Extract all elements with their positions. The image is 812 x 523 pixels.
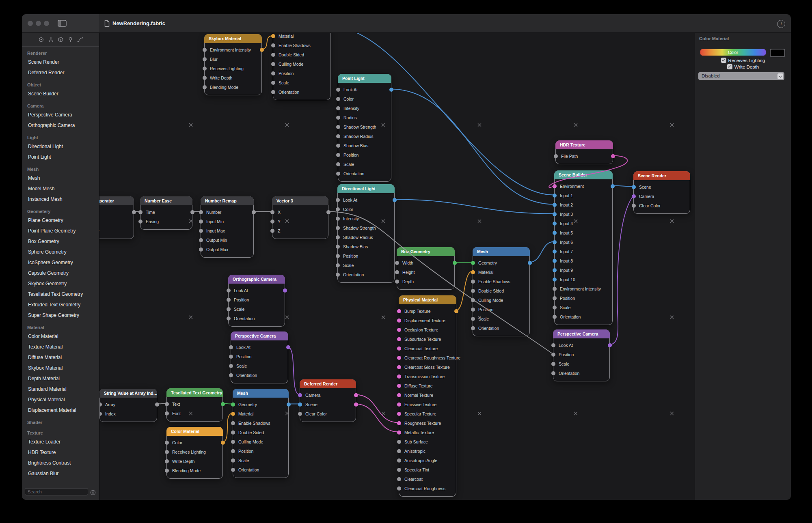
input-port[interactable] xyxy=(553,212,557,216)
node-orthographic-camera[interactable]: Orthographic CameraLook AtPositionScaleO… xyxy=(228,275,285,327)
output-port[interactable] xyxy=(389,88,393,92)
sidebar-item-displacement-material[interactable]: Displacement Material xyxy=(22,405,99,416)
input-port[interactable] xyxy=(199,229,203,233)
node-title[interactable]: Deferred Render xyxy=(300,379,356,388)
input-port[interactable] xyxy=(471,308,475,312)
input-port[interactable] xyxy=(165,441,169,445)
sidebar-item-standard-material[interactable]: Standard Material xyxy=(22,384,99,395)
output-port[interactable] xyxy=(608,343,612,347)
node-title[interactable]: Scene Builder xyxy=(554,170,613,179)
input-port[interactable] xyxy=(336,153,340,157)
input-port[interactable] xyxy=(231,440,235,444)
input-port[interactable] xyxy=(271,81,275,85)
input-port[interactable] xyxy=(336,134,340,138)
input-port[interactable] xyxy=(397,440,401,444)
input-port[interactable] xyxy=(203,48,207,52)
input-port[interactable] xyxy=(397,486,401,491)
sidebar-item-physical-material[interactable]: Physical Material xyxy=(22,395,99,405)
node-number-remap[interactable]: Number RemapNumberInput MinInput MaxOutp… xyxy=(201,196,254,258)
input-port[interactable] xyxy=(553,306,557,310)
node-graph-icon[interactable] xyxy=(48,37,54,43)
sidebar-item-color-material[interactable]: Color Material xyxy=(22,331,99,342)
input-port[interactable] xyxy=(271,90,275,94)
node-title[interactable]: Scene Render xyxy=(633,171,690,180)
color-picker-button[interactable]: Color xyxy=(700,49,766,56)
input-port[interactable] xyxy=(471,261,475,265)
sidebar-item-model-mesh[interactable]: Model Mesh xyxy=(22,184,99,194)
input-port[interactable] xyxy=(336,198,340,202)
sidebar-item-diffuse-material[interactable]: Diffuse Material xyxy=(22,353,99,363)
node-title[interactable]: Binary Operator xyxy=(99,196,134,205)
input-port[interactable] xyxy=(397,468,401,472)
input-port[interactable] xyxy=(203,67,207,71)
input-port[interactable] xyxy=(397,477,401,481)
input-port[interactable] xyxy=(397,402,401,407)
input-port[interactable] xyxy=(397,337,401,341)
checkbox-receives-lighting[interactable] xyxy=(721,58,726,63)
node-title[interactable]: Mesh xyxy=(473,247,530,256)
input-port[interactable] xyxy=(553,250,557,254)
input-port[interactable] xyxy=(336,235,340,239)
input-port[interactable] xyxy=(165,411,169,415)
input-port[interactable] xyxy=(203,76,207,80)
input-port[interactable] xyxy=(553,296,557,300)
input-port[interactable] xyxy=(298,393,302,397)
input-port[interactable] xyxy=(165,402,169,406)
input-port[interactable] xyxy=(553,315,557,319)
input-port[interactable] xyxy=(553,203,557,207)
sidebar-item-gaussian-blur[interactable]: Gaussian Blur xyxy=(22,469,99,479)
input-port[interactable] xyxy=(553,194,557,198)
input-port[interactable] xyxy=(471,298,475,302)
input-port[interactable] xyxy=(471,280,475,284)
output-port[interactable] xyxy=(454,309,458,313)
input-port[interactable] xyxy=(395,280,399,284)
input-port[interactable] xyxy=(271,71,275,75)
input-port[interactable] xyxy=(336,88,340,92)
input-port[interactable] xyxy=(336,144,340,148)
input-port[interactable] xyxy=(336,207,340,211)
zoom-button[interactable] xyxy=(44,21,49,26)
node-title[interactable]: Color Material xyxy=(166,427,223,436)
node-title[interactable]: Physical Material xyxy=(399,295,456,304)
node-physical-material[interactable]: Physical MaterialBump TextureDisplacemen… xyxy=(399,295,456,497)
input-port[interactable] xyxy=(553,231,557,235)
sidebar-item-icosphere-geometry[interactable]: IcoSphere Geometry xyxy=(22,258,99,268)
input-port[interactable] xyxy=(298,402,302,407)
node-title[interactable]: Perspective Camera xyxy=(231,331,288,340)
input-port[interactable] xyxy=(397,374,401,379)
output-port[interactable] xyxy=(283,288,287,293)
node-graph-canvas[interactable]: MeshGeometryMaterialEnable ShadowsDouble… xyxy=(99,32,695,500)
node-box-geometry[interactable]: Box GeometryWidthHeightDepth xyxy=(397,247,455,290)
input-port[interactable] xyxy=(270,210,274,214)
node-hdr-texture[interactable]: HDR TextureFile Path xyxy=(555,140,613,164)
input-port[interactable] xyxy=(553,240,557,244)
input-port[interactable] xyxy=(336,263,340,267)
curve-icon[interactable] xyxy=(77,37,83,43)
input-port[interactable] xyxy=(227,307,231,311)
input-port[interactable] xyxy=(336,125,340,129)
input-port[interactable] xyxy=(199,238,203,242)
input-port[interactable] xyxy=(336,97,340,101)
pin-icon[interactable] xyxy=(67,37,73,43)
node-title[interactable]: Orthographic Camera xyxy=(228,275,285,284)
input-port[interactable] xyxy=(229,373,233,377)
sidebar-item-skybox-material[interactable]: Skybox Material xyxy=(22,363,99,374)
node-title[interactable]: HDR Texture xyxy=(555,140,613,149)
input-port[interactable] xyxy=(203,85,207,89)
node-scene-builder[interactable]: Scene BuilderEnvironmentInput 1Input 2In… xyxy=(554,170,613,325)
input-port[interactable] xyxy=(227,298,231,302)
input-port[interactable] xyxy=(553,278,557,282)
input-port[interactable] xyxy=(336,254,340,258)
input-port[interactable] xyxy=(199,210,203,214)
input-port[interactable] xyxy=(553,222,557,226)
node-title[interactable]: Point Light xyxy=(338,74,391,83)
sidebar-item-skybox-geometry[interactable]: Skybox Geometry xyxy=(22,279,99,289)
input-port[interactable] xyxy=(397,365,401,369)
input-port[interactable] xyxy=(397,328,401,332)
output-port[interactable] xyxy=(528,261,532,265)
sidebar-item-directional-light[interactable]: Directional Light xyxy=(22,142,99,152)
input-port[interactable] xyxy=(397,421,401,425)
input-port[interactable] xyxy=(471,326,475,330)
input-port[interactable] xyxy=(551,371,555,375)
node-title[interactable]: Number Remap xyxy=(201,196,254,205)
